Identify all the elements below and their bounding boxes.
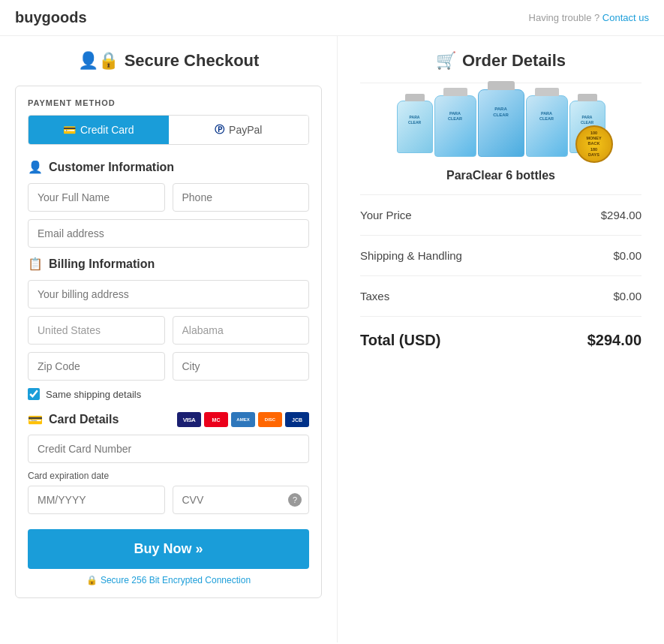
payment-tabs: 💳 Credit Card Ⓟ PayPal bbox=[28, 115, 309, 145]
card-number-input[interactable] bbox=[28, 435, 309, 463]
bottle-3-label: PARACLEAR bbox=[493, 107, 509, 119]
lock-icon: 🔒 bbox=[86, 575, 98, 585]
secure-checkout-icon: 👤🔒 bbox=[78, 51, 119, 71]
top-bar: buygoods Having trouble ? Contact us bbox=[0, 0, 664, 36]
credit-card-tab[interactable]: 💳 Credit Card bbox=[29, 116, 169, 144]
main-layout: 👤🔒 Secure Checkout PAYMENT METHOD 💳 Cred… bbox=[0, 36, 664, 642]
jcb-icon: JCB bbox=[285, 412, 309, 427]
bottle-5-cap bbox=[578, 94, 597, 101]
trouble-text: Having trouble ? bbox=[529, 12, 600, 23]
bottle-4-label: PARACLEAR bbox=[539, 111, 554, 122]
total-value: $294.00 bbox=[587, 332, 641, 349]
taxes-value: $0.00 bbox=[613, 290, 641, 302]
bottle-3: PARACLEAR bbox=[478, 89, 524, 157]
paypal-tab[interactable]: Ⓟ PayPal bbox=[169, 116, 309, 144]
state-select-wrap: Alabama bbox=[173, 316, 310, 345]
country-select-wrap: United States bbox=[28, 316, 165, 345]
bottle-1-label: PARACLEAR bbox=[408, 115, 421, 125]
name-phone-row bbox=[28, 183, 309, 212]
person-icon: 👤 bbox=[28, 160, 43, 174]
same-shipping-label: Same shipping details bbox=[46, 389, 141, 400]
cart-icon: 🛒 bbox=[436, 51, 456, 71]
email-group bbox=[28, 219, 309, 248]
city-group bbox=[173, 352, 310, 381]
zip-input[interactable] bbox=[28, 352, 165, 381]
bottle-5-label: PARACLEAR bbox=[581, 115, 593, 125]
paypal-icon: Ⓟ bbox=[215, 123, 224, 137]
expiry-input[interactable] bbox=[28, 486, 165, 514]
same-shipping-row: Same shipping details bbox=[28, 388, 309, 400]
bottle-group: PARACLEAR PARACLEAR PARACLEAR PARACLEAR bbox=[397, 89, 605, 157]
card-details-title: 💳 Card Details bbox=[28, 413, 119, 427]
secure-note: 🔒 Secure 256 Bit Encrypted Connection bbox=[28, 575, 309, 585]
cvv-group: ? bbox=[173, 486, 310, 514]
cvv-help-icon[interactable]: ? bbox=[288, 493, 302, 507]
bottle-1-cap bbox=[405, 94, 425, 101]
taxes-label: Taxes bbox=[360, 290, 389, 302]
right-panel: 🛒 Order Details PARACLEAR PARACLEAR bbox=[338, 36, 664, 642]
checkout-title: 👤🔒 Secure Checkout bbox=[15, 51, 322, 71]
discover-icon: DISC bbox=[258, 412, 282, 427]
expiry-group bbox=[28, 486, 165, 514]
zip-group bbox=[28, 352, 165, 381]
buy-now-button[interactable]: Buy Now » bbox=[28, 529, 309, 569]
badge: 100 MONEY BACK 180 DAYS bbox=[575, 125, 613, 163]
product-image-area: PARACLEAR PARACLEAR PARACLEAR PARACLEAR bbox=[360, 89, 641, 157]
same-shipping-checkbox[interactable] bbox=[28, 388, 40, 400]
card-number-group bbox=[28, 435, 309, 463]
shipping-label: Shipping & Handling bbox=[360, 249, 462, 262]
expiry-label: Card expiration date bbox=[28, 471, 309, 481]
bottle-4-cap bbox=[535, 88, 559, 96]
billing-info-title: 📋 Billing Information bbox=[28, 257, 309, 271]
product-name: ParaClear 6 bottles bbox=[360, 169, 641, 182]
billing-address-input[interactable] bbox=[28, 280, 309, 308]
left-panel: 👤🔒 Secure Checkout PAYMENT METHOD 💳 Cred… bbox=[0, 36, 338, 642]
state-select[interactable]: Alabama bbox=[173, 316, 310, 345]
billing-icon: 📋 bbox=[28, 257, 43, 271]
top-bar-right: Having trouble ? Contact us bbox=[529, 12, 649, 23]
taxes-row: Taxes $0.00 bbox=[360, 282, 641, 310]
bottle-3-cap bbox=[488, 81, 515, 90]
bottle-1: PARACLEAR bbox=[397, 101, 433, 153]
order-title: 🛒 Order Details bbox=[360, 51, 641, 71]
your-price-value: $294.00 bbox=[601, 209, 641, 221]
phone-input[interactable] bbox=[173, 183, 310, 212]
payment-method-label: PAYMENT METHOD bbox=[28, 98, 309, 107]
mastercard-icon: MC bbox=[204, 412, 228, 427]
amex-icon: AMEX bbox=[231, 412, 255, 427]
payment-card: PAYMENT METHOD 💳 Credit Card Ⓟ PayPal 👤 … bbox=[15, 86, 322, 598]
email-input[interactable] bbox=[28, 219, 309, 248]
contact-link[interactable]: Contact us bbox=[602, 12, 649, 23]
total-label: Total (USD) bbox=[360, 332, 440, 349]
card-icons: VISA MC AMEX DISC JCB bbox=[177, 412, 309, 427]
your-price-row: Your Price $294.00 bbox=[360, 201, 641, 229]
bottle-2-label: PARACLEAR bbox=[448, 111, 462, 122]
country-select[interactable]: United States bbox=[28, 316, 165, 345]
expiry-cvv-row: ? bbox=[28, 486, 309, 514]
zip-city-row bbox=[28, 352, 309, 381]
bottle-4: PARACLEAR bbox=[526, 95, 568, 157]
shipping-value: $0.00 bbox=[613, 249, 641, 262]
credit-card-icon: 💳 bbox=[63, 124, 76, 136]
bottle-2-cap bbox=[443, 88, 467, 96]
shipping-row: Shipping & Handling $0.00 bbox=[360, 242, 641, 269]
customer-info-title: 👤 Customer Information bbox=[28, 160, 309, 174]
city-input[interactable] bbox=[173, 352, 310, 381]
bottle-2: PARACLEAR bbox=[434, 95, 476, 157]
country-state-row: United States Alabama bbox=[28, 316, 309, 345]
visa-icon: VISA bbox=[177, 412, 201, 427]
full-name-input[interactable] bbox=[28, 183, 165, 212]
billing-address-group bbox=[28, 280, 309, 308]
card-icon: 💳 bbox=[28, 413, 43, 427]
card-details-header: 💳 Card Details VISA MC AMEX DISC JCB bbox=[28, 412, 309, 427]
phone-group bbox=[173, 183, 310, 212]
full-name-group bbox=[28, 183, 165, 212]
your-price-label: Your Price bbox=[360, 209, 412, 221]
logo: buygoods bbox=[15, 9, 87, 26]
total-row: Total (USD) $294.00 bbox=[360, 323, 641, 358]
